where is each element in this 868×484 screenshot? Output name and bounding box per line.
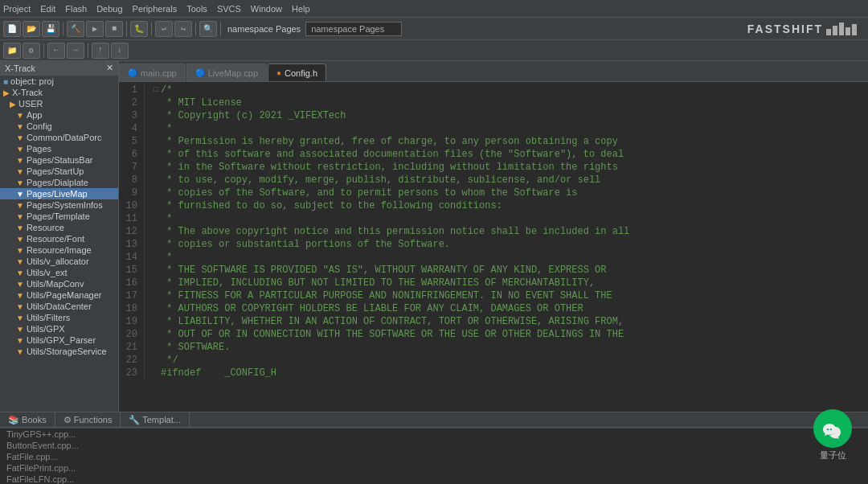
new-btn[interactable]: 📄: [3, 21, 21, 37]
down-btn[interactable]: ↓: [111, 43, 129, 59]
menu-help[interactable]: Help: [292, 4, 310, 14]
wechat-icon: [813, 409, 852, 448]
sidebar-item-16[interactable]: ▼Utils/v_allocator: [0, 256, 118, 267]
code-line-12: 12 * The above copyright notice and this…: [119, 225, 868, 238]
menu-svcs[interactable]: SVCS: [217, 4, 241, 14]
line-num-18: 18: [119, 302, 145, 315]
sidebar-label-4: Config: [27, 121, 52, 131]
sidebar-item-21[interactable]: ▼Utils/Filters: [0, 312, 118, 323]
bottom-file-1[interactable]: TinyGPS++.cpp...: [0, 429, 868, 440]
menu-peripherals[interactable]: Peripherals: [133, 4, 178, 14]
sidebar-label-14: Resource/Font: [27, 234, 84, 244]
sidebar-label-20: Utils/DataCenter: [27, 301, 92, 311]
bottom-file-3[interactable]: FatFile.cpp...: [0, 451, 868, 462]
open-btn[interactable]: 📂: [23, 21, 40, 37]
sidebar-item-13[interactable]: ▼Resource: [0, 222, 118, 233]
sidebar-item-24[interactable]: ▼Utils/StorageService: [0, 346, 118, 357]
code-20: * OUT OF OR IN CONNECTION WITH THE SOFTW…: [161, 328, 868, 341]
sep1: [63, 22, 63, 36]
sidebar-label-6: Pages: [27, 144, 51, 154]
tab-livemap-cpp[interactable]: 🔵 LiveMap.cpp: [186, 64, 267, 81]
bottom-tab-books[interactable]: 📚 Books: [0, 412, 55, 428]
file-btn[interactable]: 📁: [3, 43, 21, 59]
bottom-file-5[interactable]: FatFileLFN.cpp...: [0, 474, 868, 484]
cpp-icon-2: 🔵: [195, 68, 205, 77]
wechat-label: 量子位: [820, 449, 846, 461]
sidebar-item-4[interactable]: ▼Config: [0, 121, 118, 132]
sidebar-item-15[interactable]: ▼Resource/Image: [0, 244, 118, 256]
debug-btn[interactable]: 🐛: [130, 21, 148, 37]
sidebar-item-3[interactable]: ▼App: [0, 109, 118, 121]
sidebar-item-2[interactable]: ▶USER: [0, 98, 118, 109]
sidebar-label-16: Utils/v_allocator: [27, 256, 89, 266]
sidebar-close[interactable]: ✕: [106, 63, 113, 73]
sidebar-item-7[interactable]: ▼Pages/StatusBar: [0, 154, 118, 166]
sidebar-item-9[interactable]: ▼Pages/Dialplate: [0, 177, 118, 188]
line-num-17: 17: [119, 289, 145, 302]
sidebar-title: X-Track: [5, 64, 35, 73]
sidebar-item-6[interactable]: ▼Pages: [0, 143, 118, 154]
menu-edit[interactable]: Edit: [40, 4, 55, 14]
sidebar-label-5: Common/DataPorc: [27, 133, 102, 142]
menu-project[interactable]: Project: [3, 4, 31, 14]
sidebar-label-11: Pages/SystemInfos: [27, 200, 103, 210]
sidebar-item-5[interactable]: ▼Common/DataPorc: [0, 132, 118, 143]
undo-btn[interactable]: ↩: [155, 21, 173, 37]
menu-flash[interactable]: Flash: [65, 4, 87, 14]
sep5: [220, 22, 221, 36]
sidebar-item-22[interactable]: ▼Utils/GPX: [0, 323, 118, 334]
sidebar-item-19[interactable]: ▼Utils/PageManager: [0, 289, 118, 301]
proj-btn[interactable]: ⚙: [23, 43, 40, 59]
sidebar-item-0[interactable]: ■object: proj: [0, 76, 118, 87]
line-num-10: 10: [119, 199, 145, 212]
tab-main-cpp[interactable]: 🔵 main.cpp: [119, 64, 186, 81]
sidebar-item-12[interactable]: ▼Pages/Template: [0, 211, 118, 222]
up-btn[interactable]: ↑: [92, 43, 109, 59]
search-btn[interactable]: 🔍: [199, 21, 217, 37]
code-line-21: 21 * SOFTWARE.: [119, 341, 868, 354]
menu-debug[interactable]: Debug: [96, 4, 122, 14]
stop-btn[interactable]: ■: [105, 21, 123, 37]
sidebar-item-18[interactable]: ▼Utils/MapConv: [0, 278, 118, 289]
code-line-7: 7 * in the Software without restriction,…: [119, 161, 868, 174]
fold-1[interactable]: □: [151, 84, 161, 96]
sidebar-item-11[interactable]: ▼Pages/SystemInfos: [0, 199, 118, 211]
bottom-tab-template[interactable]: 🔧 Templat...: [121, 412, 190, 428]
save-btn[interactable]: 💾: [42, 21, 59, 37]
sidebar-label-19: Utils/PageManager: [27, 290, 102, 300]
menu-tools[interactable]: Tools: [186, 4, 207, 14]
sidebar-item-14[interactable]: ▼Resource/Font: [0, 233, 118, 244]
sidebar-label-17: Utils/v_ext: [27, 268, 68, 277]
sidebar-item-23[interactable]: ▼Utils/GPX_Parser: [0, 334, 118, 346]
build-btn[interactable]: 🔨: [67, 21, 84, 37]
sidebar-label-0: object: proj: [10, 76, 54, 86]
sidebar-item-20[interactable]: ▼Utils/DataCenter: [0, 301, 118, 312]
sidebar-header: X-Track ✕: [0, 61, 118, 76]
run-btn[interactable]: ▶: [86, 21, 104, 37]
code-line-10: 10 * furnished to do so, subject to the …: [119, 199, 868, 212]
sidebar-item-1[interactable]: ▶X-Track: [0, 87, 118, 98]
bottom-tab-functions[interactable]: ⚙ Functions: [55, 412, 121, 428]
menu-window[interactable]: Window: [251, 4, 282, 14]
h-icon: ●: [276, 68, 281, 77]
code-editor[interactable]: 1 □ /* 2 * MIT License 3 * Copyright (c)…: [119, 82, 868, 412]
bottom-file-2[interactable]: ButtonEvent.cpp...: [0, 440, 868, 451]
code-18: * AUTHORS OR COPYRIGHT HOLDERS BE LIABLE…: [161, 302, 868, 315]
tab-config-h[interactable]: ● Config.h: [268, 64, 326, 81]
sidebar-item-8[interactable]: ▼Pages/StartUp: [0, 166, 118, 177]
sep7: [88, 43, 88, 58]
code-3: * Copyright (c) 2021 _VIFEXTech: [161, 109, 868, 122]
sidebar-item-17[interactable]: ▼Utils/v_ext: [0, 267, 118, 278]
line-num-21: 21: [119, 341, 145, 354]
bottom-file-4[interactable]: FatFilePrint.cpp...: [0, 462, 868, 474]
line-num-9: 9: [119, 187, 145, 199]
code-12: * The above copyright notice and this pe…: [161, 225, 868, 238]
code-13: * copies or substantial portions of the …: [161, 238, 868, 251]
right-btn[interactable]: →: [67, 43, 84, 59]
redo-btn[interactable]: ↪: [174, 21, 192, 37]
sidebar-item-10[interactable]: ▼Pages/LiveMap: [0, 188, 118, 199]
tab-label-2: LiveMap.cpp: [208, 68, 258, 78]
wechat-overlay: 量子位: [813, 409, 852, 461]
namespace-input[interactable]: [305, 22, 402, 36]
left-btn[interactable]: ←: [47, 43, 65, 59]
